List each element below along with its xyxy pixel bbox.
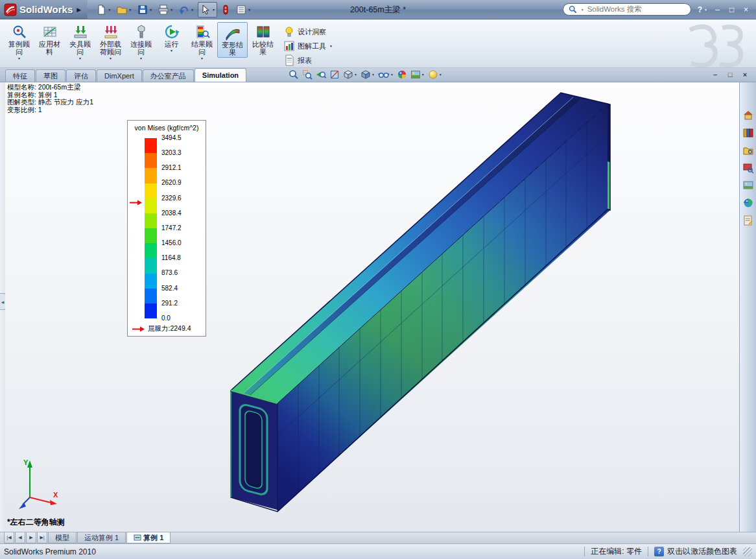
search-input[interactable]: SolidWorks 搜索: [587, 5, 642, 14]
tab-evaluate[interactable]: 评估: [66, 69, 96, 82]
dropdown-arrow-icon[interactable]: ▼: [109, 56, 112, 60]
doc-close-button[interactable]: ×: [740, 71, 750, 78]
close-button[interactable]: ×: [741, 5, 751, 14]
status-bar: SolidWorks Premium 2010 正在编辑: 零件 ? 双击以激活…: [0, 543, 756, 559]
tab-features[interactable]: 特征: [5, 69, 35, 82]
external-loads-advisor-button[interactable]: 外部载荷顾问▼: [95, 22, 126, 61]
options-button[interactable]: ▼: [234, 2, 252, 18]
legend-tick-labels: 3494.53203.32912.12620.92329.62038.41747…: [161, 135, 182, 322]
search-box[interactable]: ▼ SolidWorks 搜索: [563, 3, 691, 16]
deformed-result-button[interactable]: 变形结果: [217, 22, 248, 58]
section-view-button[interactable]: [329, 69, 340, 80]
dropdown-arrow-icon[interactable]: ▼: [200, 56, 204, 60]
report-button[interactable]: 报表: [283, 54, 333, 66]
view-orientation-name: *左右二等角轴测: [7, 517, 65, 528]
dropdown-arrow-icon[interactable]: ▼: [390, 73, 394, 77]
hint-help-icon[interactable]: ?: [654, 547, 664, 556]
next-tab-button[interactable]: ▶: [26, 532, 36, 543]
dropdown-arrow-icon[interactable]: ▼: [139, 56, 143, 60]
maximize-button[interactable]: □: [727, 5, 737, 14]
select-cursor-icon: [200, 4, 211, 16]
minimize-button[interactable]: –: [713, 5, 722, 14]
tab-simulation[interactable]: Simulation: [195, 68, 246, 82]
study-advisor-button[interactable]: 算例顾问▼: [4, 22, 34, 61]
search-results-icon[interactable]: [742, 162, 754, 174]
app-name: SolidWorks: [19, 4, 73, 15]
tab-motion-study-1[interactable]: 运动算例 1: [77, 532, 126, 543]
last-tab-button[interactable]: ▶|: [37, 532, 47, 543]
dropdown-arrow-icon[interactable]: ▼: [439, 73, 442, 77]
dropdown-arrow-icon[interactable]: ▼: [354, 73, 357, 77]
custom-properties-icon[interactable]: [742, 215, 754, 226]
dropdown-arrow-icon[interactable]: ▼: [329, 44, 333, 48]
tab-dimxpert[interactable]: DimXpert: [97, 69, 142, 82]
legend-band: [145, 153, 157, 168]
doc-restore-button[interactable]: □: [726, 71, 735, 78]
fixtures-advisor-button[interactable]: 夹具顾问▼: [65, 22, 95, 61]
view-orientation-icon: [343, 69, 353, 80]
dropdown-arrow-icon[interactable]: ▼: [108, 8, 111, 12]
design-insight-button[interactable]: 设计洞察: [283, 26, 333, 38]
graphics-area[interactable]: 模型名称: 200t-65m主梁 算例名称: 算例 1 图解类型: 静态 节应力…: [5, 82, 739, 532]
undo-button[interactable]: ▼: [177, 2, 195, 18]
appearances-scenes-icon[interactable]: [742, 197, 754, 209]
doc-minimize-button[interactable]: –: [711, 71, 720, 78]
solidworks-resources-home-icon[interactable]: [742, 110, 754, 121]
dropdown-arrow-icon[interactable]: ▼: [191, 8, 194, 12]
select-tool-button[interactable]: ▼: [198, 2, 217, 18]
connections-advisor-button[interactable]: 连接顾问▼: [126, 22, 156, 61]
tab-office-products[interactable]: 办公室产品: [143, 69, 194, 82]
dropdown-arrow-icon[interactable]: ▼: [372, 73, 375, 77]
previous-tab-button[interactable]: ◀: [15, 532, 25, 543]
dropdown-arrow-icon[interactable]: ▼: [78, 56, 82, 60]
apply-scene-button[interactable]: ▼: [410, 69, 425, 80]
save-button[interactable]: ▼: [136, 2, 154, 18]
apply-material-icon: [42, 24, 58, 40]
help-dropdown-icon[interactable]: ▼: [704, 8, 707, 12]
menu-expand-icon[interactable]: ▶: [77, 6, 81, 13]
triad-y-label: Y: [23, 458, 29, 466]
rebuild-button[interactable]: [220, 2, 231, 18]
command-manager-ribbon: 算例顾问▼ 应用材料 夹具顾问▼ 外部载荷顾问▼ 连接顾问▼ 运行▼ 结果顾问▼: [0, 19, 756, 68]
view-palette-icon[interactable]: [742, 180, 754, 191]
heads-up-view-toolbar: ▼ ▼ ▼ ▼ ▼: [288, 69, 443, 80]
zoom-area-button[interactable]: [301, 69, 313, 80]
dropdown-arrow-icon[interactable]: ▼: [18, 56, 21, 60]
dropdown-arrow-icon[interactable]: ▼: [149, 8, 152, 12]
dropdown-arrow-icon[interactable]: ▼: [128, 8, 132, 12]
tab-study-1[interactable]: 算例 1: [126, 532, 171, 543]
dropdown-arrow-icon[interactable]: ▼: [248, 8, 251, 12]
results-advisor-button[interactable]: 结果顾问▼: [187, 22, 217, 61]
help-button[interactable]: ?: [698, 5, 702, 14]
dropdown-arrow-icon[interactable]: ▼: [212, 8, 215, 12]
design-library-icon[interactable]: [742, 127, 754, 139]
compare-results-button[interactable]: 比较结果: [248, 22, 278, 56]
dropdown-arrow-icon[interactable]: ▼: [421, 73, 425, 77]
search-scope-dropdown-icon[interactable]: ▼: [581, 8, 584, 12]
open-document-button[interactable]: ▼: [115, 2, 133, 18]
print-button[interactable]: ▼: [156, 2, 174, 18]
file-explorer-icon[interactable]: [742, 145, 754, 156]
apply-material-button[interactable]: 应用材料: [34, 22, 65, 56]
dropdown-arrow-icon[interactable]: ▼: [170, 49, 173, 53]
display-style-button[interactable]: ▼: [360, 69, 375, 80]
edit-appearance-button[interactable]: [396, 69, 408, 80]
previous-view-button[interactable]: [315, 69, 327, 80]
tab-sketch[interactable]: 草图: [36, 69, 65, 82]
results-advisor-icon: [195, 24, 210, 40]
triad-x-label: X: [53, 491, 58, 499]
view-settings-button[interactable]: ▼: [427, 69, 443, 80]
tab-model[interactable]: 模型: [48, 532, 77, 543]
stress-legend[interactable]: von Mises (kgf/cm^2) 3494.53203: [127, 120, 206, 337]
view-orientation-button[interactable]: ▼: [342, 69, 358, 80]
dropdown-arrow-icon[interactable]: ▼: [170, 8, 173, 12]
new-document-button[interactable]: ▼: [94, 2, 112, 18]
first-tab-button[interactable]: |◀: [4, 532, 14, 543]
resize-grip[interactable]: [743, 547, 752, 556]
zoom-fit-button[interactable]: [288, 69, 300, 80]
run-button[interactable]: 运行▼: [156, 22, 187, 53]
beam-model-3d[interactable]: [5, 82, 739, 532]
new-document-icon: [95, 4, 107, 16]
plot-tools-button[interactable]: 图解工具 ▼: [283, 40, 333, 52]
hide-show-items-button[interactable]: ▼: [377, 69, 394, 80]
